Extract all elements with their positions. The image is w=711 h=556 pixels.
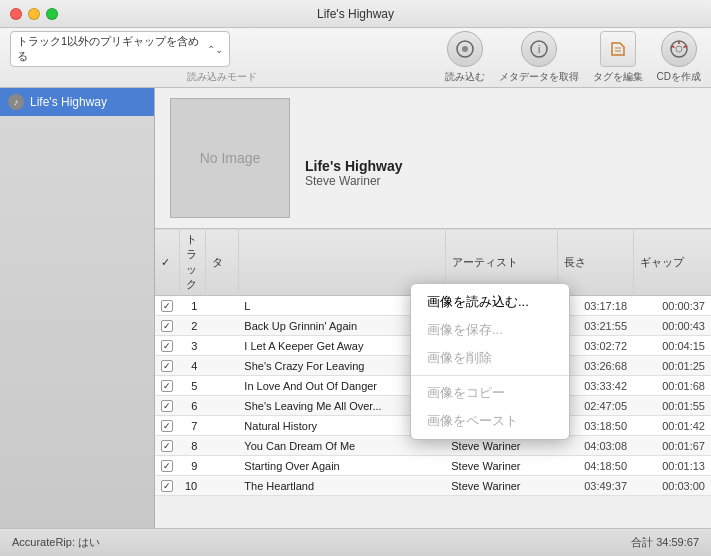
track-gap: 00:01:67 <box>633 436 711 456</box>
cd-button-group[interactable]: CDを作成 <box>657 31 701 84</box>
track-gap: 00:03:00 <box>633 476 711 496</box>
track-number: 7 <box>179 416 205 436</box>
track-gap: 00:01:13 <box>633 456 711 476</box>
track-number: 5 <box>179 376 205 396</box>
toolbar: トラック1以外のプリギャップを含める ⌃⌄ 読み込みモード 読み込む i メタデ… <box>0 28 711 88</box>
svg-line-10 <box>672 46 675 48</box>
track-check[interactable] <box>155 336 179 356</box>
track-gap: 00:01:68 <box>633 376 711 396</box>
track-number: 8 <box>179 436 205 456</box>
track-number: 1 <box>179 296 205 316</box>
track-check[interactable] <box>155 456 179 476</box>
table-row[interactable]: 10The HeartlandSteve Wariner03:49:3700:0… <box>155 476 711 496</box>
track-gap: 00:01:25 <box>633 356 711 376</box>
track-check[interactable] <box>155 396 179 416</box>
track-type <box>205 356 238 376</box>
track-number: 2 <box>179 316 205 336</box>
track-type <box>205 476 238 496</box>
cd-icon <box>661 31 697 67</box>
track-check[interactable] <box>155 416 179 436</box>
track-title: Starting Over Again <box>238 456 445 476</box>
track-artist: Steve Wariner <box>445 476 557 496</box>
table-row[interactable]: 9Starting Over AgainSteve Wariner04:18:5… <box>155 456 711 476</box>
track-length: 04:18:50 <box>557 456 633 476</box>
col-check: ✓ <box>155 229 179 296</box>
context-menu-item: 画像を削除 <box>411 344 569 372</box>
import-mode-select[interactable]: トラック1以外のプリギャップを含める ⌃⌄ <box>10 31 230 67</box>
import-mode-label: トラック1以外のプリギャップを含める <box>17 34 207 64</box>
track-check[interactable] <box>155 436 179 456</box>
import-button-group[interactable]: 読み込む <box>445 31 485 84</box>
track-type <box>205 456 238 476</box>
sidebar-item-label: Life's Highway <box>30 95 107 109</box>
track-type <box>205 316 238 336</box>
album-art[interactable]: No Image <box>170 98 290 218</box>
toolbar-left: トラック1以外のプリギャップを含める ⌃⌄ 読み込みモード <box>10 31 435 84</box>
statusbar: AccurateRip: はい 合計 34:59:67 <box>0 528 711 556</box>
track-number: 4 <box>179 356 205 376</box>
track-type <box>205 416 238 436</box>
tag-button-group[interactable]: タグを編集 <box>593 31 643 84</box>
track-gap: 00:01:55 <box>633 396 711 416</box>
toolbar-right: 読み込む i メタデータを取得 タグを編集 CDを作成 <box>445 31 701 84</box>
metadata-button-group[interactable]: i メタデータを取得 <box>499 31 579 84</box>
total-duration: 合計 34:59:67 <box>631 535 699 550</box>
track-check[interactable] <box>155 316 179 336</box>
context-menu-separator <box>411 375 569 376</box>
track-number: 6 <box>179 396 205 416</box>
track-gap: 00:00:43 <box>633 316 711 336</box>
track-check[interactable] <box>155 296 179 316</box>
track-number: 9 <box>179 456 205 476</box>
track-title: The Heartland <box>238 476 445 496</box>
metadata-icon: i <box>521 31 557 67</box>
track-type <box>205 336 238 356</box>
minimize-button[interactable] <box>28 8 40 20</box>
album-artist: Steve Wariner <box>305 174 402 188</box>
track-gap: 00:00:37 <box>633 296 711 316</box>
track-check[interactable] <box>155 376 179 396</box>
window-title: Life's Highway <box>317 7 394 21</box>
svg-line-9 <box>683 46 686 48</box>
window-controls <box>10 8 58 20</box>
context-menu-item: 画像をコピー <box>411 379 569 407</box>
main-area: ♪ Life's Highway No Image Life's Highway… <box>0 88 711 528</box>
sidebar-item-lifeshighway[interactable]: ♪ Life's Highway <box>0 88 154 116</box>
tag-label: タグを編集 <box>593 70 643 84</box>
import-label: 読み込む <box>445 70 485 84</box>
context-menu-item: 画像を保存... <box>411 316 569 344</box>
sidebar-item-icon: ♪ <box>8 94 24 110</box>
maximize-button[interactable] <box>46 8 58 20</box>
tag-icon <box>600 31 636 67</box>
col-title: タ <box>205 229 238 296</box>
track-artist: Steve Wariner <box>445 456 557 476</box>
track-length: 03:49:37 <box>557 476 633 496</box>
context-menu: 画像を読み込む...画像を保存...画像を削除画像をコピー画像をペースト <box>410 283 570 440</box>
titlebar: Life's Highway <box>0 0 711 28</box>
track-type <box>205 296 238 316</box>
metadata-label: メタデータを取得 <box>499 70 579 84</box>
album-section: No Image Life's Highway Steve Wariner <box>155 88 711 228</box>
track-type <box>205 436 238 456</box>
track-gap: 00:01:42 <box>633 416 711 436</box>
select-arrow-icon: ⌃⌄ <box>207 44 223 55</box>
track-check[interactable] <box>155 476 179 496</box>
svg-text:i: i <box>537 44 539 55</box>
context-menu-item: 画像をペースト <box>411 407 569 435</box>
context-menu-item[interactable]: 画像を読み込む... <box>411 288 569 316</box>
album-title: Life's Highway <box>305 158 402 174</box>
track-length: 04:03:08 <box>557 436 633 456</box>
svg-point-1 <box>462 46 468 52</box>
content-area: No Image Life's Highway Steve Wariner ✓ … <box>155 88 711 528</box>
col-gap: ギャップ <box>633 229 711 296</box>
close-button[interactable] <box>10 8 22 20</box>
mode-label: 読み込みモード <box>187 70 257 84</box>
import-icon <box>447 31 483 67</box>
track-number: 10 <box>179 476 205 496</box>
track-type <box>205 396 238 416</box>
col-track: トラック <box>179 229 205 296</box>
album-info: Life's Highway Steve Wariner <box>305 98 402 193</box>
track-type <box>205 376 238 396</box>
track-check[interactable] <box>155 356 179 376</box>
track-number: 3 <box>179 336 205 356</box>
cd-label: CDを作成 <box>657 70 701 84</box>
